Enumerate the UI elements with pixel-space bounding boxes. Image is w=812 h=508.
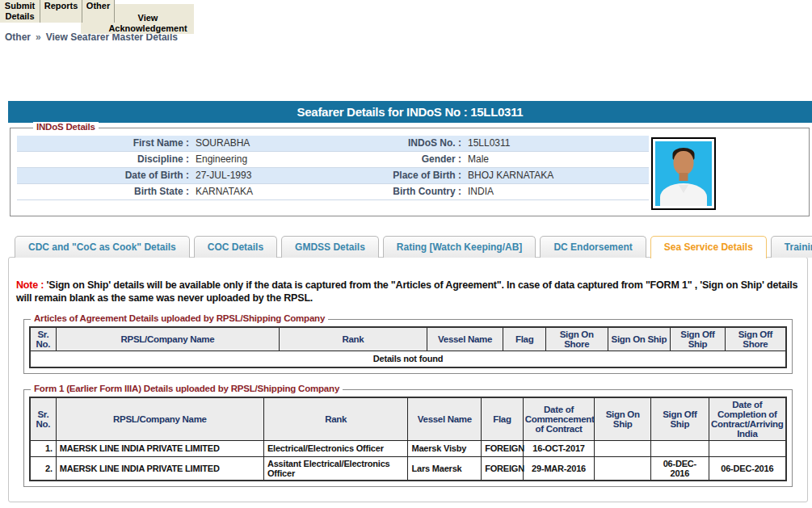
form1-legend: Form 1 (Earlier Form IIIA) Details uploa…: [31, 384, 343, 393]
tab-coc-details[interactable]: COC Details: [194, 236, 277, 258]
sign-on-ship-note: Note : 'Sign on Ship' details will be av…: [16, 279, 800, 304]
col-rank: Rank: [280, 327, 427, 351]
cell-vessel: Maersk Visby: [408, 440, 482, 456]
table-header-row: Sr. No. RPSL/Company Name Rank Vessel Na…: [30, 397, 786, 441]
birth-state-value: KARNATAKA: [193, 184, 348, 199]
cell-sign-off-ship: [651, 440, 709, 456]
indos-field-grid: First Name : SOURABHA INDoS No. : 15LL03…: [17, 136, 649, 200]
birth-state-label: Birth State :: [17, 184, 193, 199]
col-sr-no: Sr. No.: [30, 397, 56, 441]
cell-sr-no: 1.: [30, 440, 56, 456]
tab-training-details[interactable]: Training Details: [771, 236, 812, 258]
cell-flag: FOREIGN: [482, 440, 523, 456]
place-of-birth-label: Place of Birth :: [348, 168, 465, 183]
tab-gmdss-details[interactable]: GMDSS Details: [281, 236, 379, 258]
cell-sr-no: 2.: [30, 456, 56, 481]
form1-table: Sr. No. RPSL/Company Name Rank Vessel Na…: [29, 397, 787, 481]
col-rank: Rank: [263, 397, 408, 441]
col-sign-on-ship: Sign On Ship: [608, 327, 671, 351]
cell-completion-date: [709, 440, 786, 456]
tab-dc-endorsement[interactable]: DC Endorsement: [540, 236, 646, 258]
discipline-label: Discipline :: [17, 152, 193, 167]
sea-service-details-panel: Note : 'Sign on Ship' details will be av…: [8, 257, 808, 502]
col-vessel-name: Vessel Name: [427, 327, 503, 351]
cell-completion-date: 06-DEC-2016: [709, 456, 786, 481]
field-row: First Name : SOURABHA INDoS No. : 15LL03…: [17, 136, 649, 152]
indos-no-value: 15LL0311: [465, 136, 649, 151]
table-row: 1. MAERSK LINE INDIA PRIVATE LIMITED Ele…: [30, 440, 786, 456]
seafarer-photo: [651, 137, 716, 210]
cell-company: MAERSK LINE INDIA PRIVATE LIMITED: [56, 456, 263, 481]
col-flag: Flag: [482, 397, 523, 441]
note-text: 'Sign on Ship' details will be available…: [16, 279, 797, 304]
indos-no-label: INDoS No. :: [348, 136, 465, 151]
page-title: Seafarer Details for INDoS No : 15LL0311: [8, 101, 812, 123]
field-row: Discipline : Engineering Gender : Male: [17, 152, 649, 168]
articles-of-agreement-table: Sr. No. RPSL/Company Name Rank Vessel Na…: [29, 326, 787, 368]
menu-item-label: View Acknowledgement: [102, 13, 194, 34]
articles-of-agreement-fieldset: Articles of Agreement Details uploaded b…: [23, 319, 793, 374]
birth-country-value: INDIA: [465, 184, 649, 199]
col-sign-off-ship: Sign Off Ship: [671, 327, 726, 351]
field-row: Date of Birth : 27-JUL-1993 Place of Bir…: [17, 168, 649, 184]
cell-sign-on-ship: [595, 440, 651, 456]
col-date-of-commencement: Date of Commencement of Contract: [523, 397, 595, 441]
breadcrumb-other-link[interactable]: Other: [5, 31, 31, 43]
menu-item-submit-details[interactable]: Submit Details: [0, 0, 40, 23]
cell-vessel: Lars Maersk: [408, 456, 482, 481]
date-of-birth-value: 27-JUL-1993: [193, 168, 348, 183]
col-vessel-name: Vessel Name: [408, 397, 482, 441]
date-of-birth-label: Date of Birth :: [17, 168, 193, 183]
col-sr-no: Sr. No.: [30, 327, 56, 351]
table-header-row: Sr. No. RPSL/Company Name Rank Vessel Na…: [30, 327, 786, 351]
note-prefix: Note :: [16, 279, 44, 291]
details-not-found-message: Details not found: [30, 351, 786, 367]
cell-company: MAERSK LINE INDIA PRIVATE LIMITED: [56, 440, 263, 456]
seafarer-photo-image: [655, 141, 712, 206]
col-sign-off-ship: Sign Off Ship: [651, 397, 709, 441]
col-date-of-completion: Date of Completion of Contract/Arriving …: [709, 397, 786, 441]
menu-item-reports[interactable]: Reports: [40, 0, 82, 23]
indos-details-fieldset: INDoS Details First Name : SOURABHA INDo…: [10, 128, 810, 216]
cell-commencement-date: 16-OCT-2017: [523, 440, 595, 456]
tab-sea-service-details[interactable]: Sea Service Details: [650, 236, 767, 258]
tab-strip: CDC and "CoC as Cook" Details COC Detail…: [8, 236, 808, 258]
col-sign-on-shore: Sign On Shore: [545, 327, 608, 351]
col-rpsl-company-name: RPSL/Company Name: [56, 327, 279, 351]
gender-value: Male: [465, 152, 649, 167]
first-name-value: SOURABHA: [193, 136, 348, 151]
table-row: 2. MAERSK LINE INDIA PRIVATE LIMITED Ass…: [30, 456, 786, 481]
col-rpsl-company-name: RPSL/Company Name: [56, 397, 263, 441]
cell-sign-on-ship: [595, 456, 651, 481]
birth-country-label: Birth Country :: [348, 184, 465, 199]
gender-label: Gender :: [348, 152, 465, 167]
articles-of-agreement-legend: Articles of Agreement Details uploaded b…: [31, 313, 328, 323]
first-name-label: First Name :: [17, 136, 193, 151]
cell-rank: Assitant Electrical/Electronics Officer: [263, 456, 408, 481]
col-sign-on-ship: Sign On Ship: [595, 397, 651, 441]
tab-cdc-coc-as-cook-details[interactable]: CDC and "CoC as Cook" Details: [15, 236, 190, 258]
cell-sign-off-ship: 06-DEC-2016: [651, 456, 709, 481]
col-flag: Flag: [503, 327, 545, 351]
field-row: Birth State : KARNATAKA Birth Country : …: [17, 184, 649, 200]
place-of-birth-value: BHOJ KARNATAKA: [465, 168, 649, 183]
cell-flag: FOREIGN: [482, 456, 523, 481]
indos-details-legend: INDoS Details: [33, 122, 99, 132]
discipline-value: Engineering: [193, 152, 348, 167]
main-menubar: Submit Details Reports Other: [0, 0, 115, 23]
col-sign-off-shore: Sign Off Shore: [725, 327, 786, 351]
table-empty-row: Details not found: [30, 351, 786, 367]
menu-item-other[interactable]: Other: [82, 0, 115, 23]
cell-commencement-date: 29-MAR-2016: [523, 456, 595, 481]
cell-rank: Electrical/Electronics Officer: [263, 440, 408, 456]
form1-fieldset: Form 1 (Earlier Form IIIA) Details uploa…: [23, 389, 793, 487]
breadcrumb-separator: »: [31, 31, 46, 43]
tab-rating-watch-keeping-ab[interactable]: Rating [Watch Keeping/AB]: [383, 236, 536, 258]
tab-area: CDC and "CoC as Cook" Details COC Detail…: [8, 236, 808, 502]
